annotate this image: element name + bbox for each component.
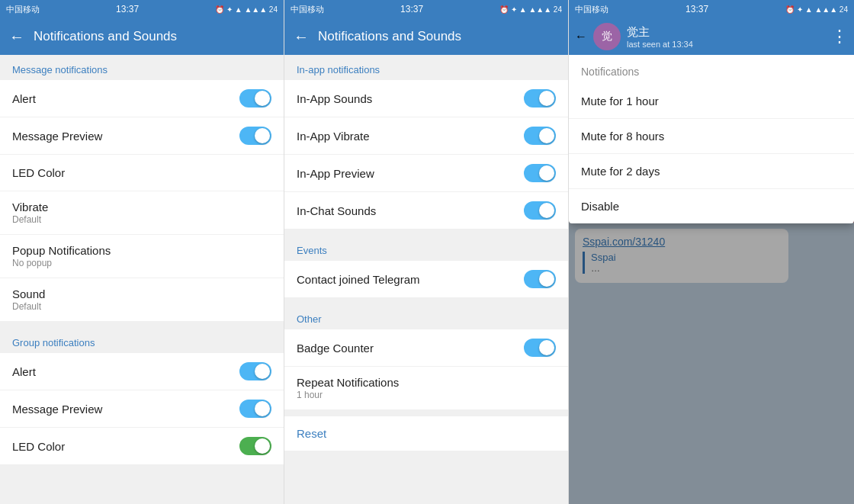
label-led1: LED Color: [12, 166, 65, 179]
label-msg-preview1: Message Preview: [12, 130, 102, 143]
row-inapp-vibrate: In-App Vibrate: [284, 117, 568, 155]
title-2: Notifications and Sounds: [318, 29, 559, 44]
dropdown-item-3[interactable]: Mute for 2 days: [569, 154, 854, 189]
dropdown-item-4[interactable]: Disable: [569, 189, 854, 223]
label-led2: LED Color: [12, 440, 65, 453]
time-1: 13:37: [116, 4, 139, 14]
chat-avatar: 觉: [593, 23, 621, 50]
chat-title-block: 觉主 last seen at 13:34: [627, 25, 825, 49]
chat-content: 13:27 ✓✓ Sspai.com/31240 Sspai … Notific…: [569, 55, 854, 504]
toggle-inapp-preview[interactable]: [524, 164, 556, 182]
row-inapp-preview: In-App Preview: [284, 155, 568, 192]
divider-2b: [284, 298, 568, 304]
toggle-inapp-vibrate[interactable]: [524, 127, 556, 145]
carrier-3: 中国移动: [575, 4, 608, 15]
back-button-1[interactable]: ←: [9, 28, 24, 46]
label-popup1: Popup Notifications: [12, 244, 111, 257]
row-inchat-sounds: In-Chat Sounds: [284, 192, 568, 230]
row-led1[interactable]: LED Color: [0, 155, 284, 191]
sub-popup1: No popup: [12, 258, 111, 268]
label-inapp-preview: In-App Preview: [297, 167, 374, 180]
label-badge-counter: Badge Counter: [297, 342, 374, 355]
label-sound1: Sound: [12, 287, 45, 300]
toggle-msg-preview2[interactable]: [239, 400, 271, 418]
carrier-2: 中国移动: [291, 4, 324, 15]
chat-name: 觉主: [627, 25, 825, 40]
divider-1: [0, 322, 284, 328]
row-vibrate1[interactable]: Vibrate Default: [0, 191, 284, 235]
icons-3: ⏰ ✦ ▲ ▲▲▲ 24: [785, 5, 848, 14]
label-inchat-sounds: In-Chat Sounds: [297, 204, 376, 217]
time-2: 13:37: [400, 4, 423, 14]
label-contact-joined: Contact joined Telegram: [297, 273, 419, 286]
status-bar-3: 中国移动 13:37 ⏰ ✦ ▲ ▲▲▲ 24: [569, 0, 854, 18]
panel-1-content: Message notifications Alert Message Prev…: [0, 55, 284, 504]
app-bar-2: ← Notifications and Sounds: [284, 18, 568, 55]
row-badge-counter: Badge Counter: [284, 329, 568, 367]
chat-status: last seen at 13:34: [627, 40, 825, 49]
row-msg-preview2: Message Preview: [0, 390, 284, 428]
label-inapp-vibrate: In-App Vibrate: [297, 130, 370, 143]
dropdown-item-1[interactable]: Mute for 1 hour: [569, 84, 854, 119]
row-msg-preview1: Message Preview: [0, 117, 284, 155]
row-popup1[interactable]: Popup Notifications No popup: [0, 235, 284, 278]
toggle-contact-joined[interactable]: [524, 270, 556, 288]
toggle-inapp-sounds[interactable]: [524, 89, 556, 108]
section-header-inapp: In-app notifications: [284, 55, 568, 80]
app-bar-1: ← Notifications and Sounds: [0, 18, 284, 55]
toggle-badge-counter[interactable]: [524, 339, 556, 357]
label-alert2: Alert: [12, 365, 36, 378]
label-vibrate1: Vibrate: [12, 201, 48, 213]
carrier-1: 中国移动: [6, 4, 40, 15]
section-header-events: Events: [284, 236, 568, 261]
icons-2: ⏰ ✦ ▲ ▲▲▲ 24: [499, 5, 562, 14]
row-sound1[interactable]: Sound Default: [0, 278, 284, 322]
toggle-alert2[interactable]: [239, 362, 271, 380]
toggle-led2[interactable]: [239, 437, 271, 455]
section-header-group: Group notifications: [0, 328, 284, 353]
icons-1: ⏰ ✦ ▲ ▲▲▲ 24: [215, 5, 278, 14]
toggle-alert1[interactable]: [239, 89, 271, 108]
dropdown-title: Notifications: [569, 55, 854, 84]
row-repeat-notif[interactable]: Repeat Notifications 1 hour: [284, 367, 568, 410]
row-contact-joined: Contact joined Telegram: [284, 261, 568, 298]
row-alert2: Alert: [0, 353, 284, 390]
chat-back-button[interactable]: ←: [575, 30, 587, 43]
label-msg-preview2: Message Preview: [12, 403, 102, 416]
label-repeat-notif: Repeat Notifications: [297, 376, 399, 389]
dropdown-item-2[interactable]: Mute for 8 hours: [569, 119, 854, 154]
panel-2: 中国移动 13:37 ⏰ ✦ ▲ ▲▲▲ 24 ← Notifications …: [284, 0, 569, 504]
dropdown-menu: Notifications Mute for 1 hour Mute for 8…: [569, 55, 854, 223]
row-inapp-sounds: In-App Sounds: [284, 80, 568, 117]
divider-2c: [284, 410, 568, 416]
reset-row[interactable]: Reset: [284, 416, 568, 451]
sub-sound1: Default: [12, 301, 45, 312]
status-bar-1: 中国移动 13:37 ⏰ ✦ ▲ ▲▲▲ 24: [0, 0, 284, 18]
divider-2a: [284, 230, 568, 236]
toggle-inchat-sounds[interactable]: [524, 201, 556, 220]
chat-more-button[interactable]: ⋮: [831, 27, 848, 47]
title-1: Notifications and Sounds: [34, 29, 274, 44]
status-bar-2: 中国移动 13:37 ⏰ ✦ ▲ ▲▲▲ 24: [284, 0, 568, 18]
section-header-msg: Message notifications: [0, 55, 284, 80]
row-led2: LED Color: [0, 428, 284, 465]
back-button-2[interactable]: ←: [294, 28, 309, 46]
label-inapp-sounds: In-App Sounds: [297, 92, 372, 105]
row-alert1: Alert: [0, 80, 284, 117]
panel-chat: 中国移动 13:37 ⏰ ✦ ▲ ▲▲▲ 24 ← 觉 觉主 last seen…: [569, 0, 854, 504]
chat-app-bar: ← 觉 觉主 last seen at 13:34 ⋮: [569, 18, 854, 55]
panel-1: 中国移动 13:37 ⏰ ✦ ▲ ▲▲▲ 24 ← Notifications …: [0, 0, 284, 504]
section-header-other: Other: [284, 304, 568, 329]
sub-repeat-notif: 1 hour: [297, 390, 399, 400]
time-3: 13:37: [685, 4, 708, 14]
toggle-msg-preview1[interactable]: [239, 127, 271, 145]
label-alert1: Alert: [12, 92, 36, 105]
panel-2-content: In-app notifications In-App Sounds In-Ap…: [284, 55, 568, 504]
sub-vibrate1: Default: [12, 214, 48, 225]
